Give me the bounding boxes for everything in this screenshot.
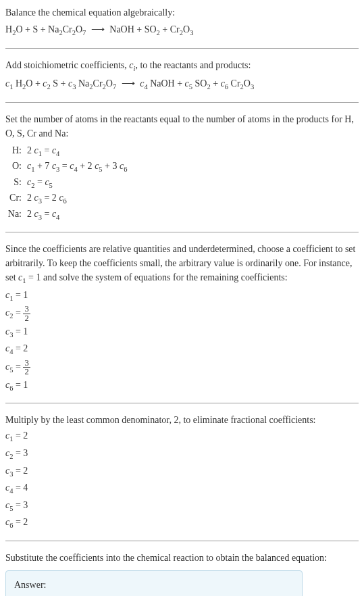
step1-section: Add stoichiometric coefficients, ci, to … — [5, 58, 359, 93]
divider — [5, 102, 359, 103]
step5-text: Substitute the coefficients into the che… — [5, 551, 359, 565]
atom-equation: 2 c3 = c4 — [27, 207, 359, 223]
coefficient-line: c6 = 2 — [5, 515, 359, 531]
atom-label: H: — [5, 143, 27, 159]
atom-row: Cr: 2 c3 = 2 c6 — [5, 191, 359, 207]
step3-text: Since the coefficients are relative quan… — [5, 242, 359, 287]
step5-section: Substitute the coefficients into the che… — [5, 551, 359, 596]
atom-equation: 2 c1 = c4 — [27, 143, 359, 159]
atom-row: Na: 2 c3 = c4 — [5, 207, 359, 223]
atom-label: Cr: — [5, 191, 27, 207]
coefficient-line: c5 = 3 — [5, 498, 359, 514]
coefficient-line: c2 = 32 — [5, 305, 359, 322]
intro-equation: H2O + S + Na2Cr2O7 ⟶ NaOH + SO2 + Cr2O3 — [5, 22, 359, 39]
coefficient-line: c6 = 1 — [5, 378, 359, 394]
atom-row: H: 2 c1 = c4 — [5, 143, 359, 159]
intro-text: Balance the chemical equation algebraica… — [5, 5, 359, 20]
atom-label: S: — [5, 175, 27, 191]
coefficient-line: c4 = 4 — [5, 480, 359, 497]
step4-text: Multiply by the least common denominator… — [5, 413, 359, 427]
coefficient-line: c1 = 1 — [5, 288, 359, 304]
answer-label: Answer: — [14, 578, 294, 592]
intro-section: Balance the chemical equation algebraica… — [5, 5, 359, 39]
divider — [5, 48, 359, 49]
atom-label: Na: — [5, 207, 27, 223]
atom-row: S: c2 = c5 — [5, 175, 359, 191]
answer-box: Answer: 2 H2O + 3 S + 2 Na2Cr2O7 ⟶ 4 NaO… — [5, 570, 303, 596]
step1-text: Add stoichiometric coefficients, ci, to … — [5, 58, 359, 74]
atom-row: O: c1 + 7 c3 = c4 + 2 c5 + 3 c6 — [5, 159, 359, 175]
step3-section: Since the coefficients are relative quan… — [5, 242, 359, 393]
step2-section: Set the number of atoms in the reactants… — [5, 112, 359, 223]
step1-equation: c1 H2O + c2 S + c3 Na2Cr2O7 ⟶ c4 NaOH + … — [5, 76, 359, 93]
coefficient-line: c1 = 2 — [5, 428, 359, 445]
coefficient-line: c5 = 32 — [5, 359, 359, 376]
divider — [5, 541, 359, 541]
atom-label: O: — [5, 159, 27, 175]
coefficient-line: c3 = 1 — [5, 324, 359, 341]
coefficient-line: c3 = 2 — [5, 464, 359, 480]
step2-text: Set the number of atoms in the reactants… — [5, 112, 359, 141]
step4-section: Multiply by the least common denominator… — [5, 413, 359, 530]
atom-equation: c2 = c5 — [27, 175, 359, 191]
atom-equation: c1 + 7 c3 = c4 + 2 c5 + 3 c6 — [27, 159, 359, 175]
atom-equation: 2 c3 = 2 c6 — [27, 191, 359, 207]
divider — [5, 232, 359, 232]
divider — [5, 403, 359, 403]
atom-balance-table: H: 2 c1 = c4 O: c1 + 7 c3 = c4 + 2 c5 + … — [5, 143, 359, 223]
coefficient-line: c2 = 3 — [5, 446, 359, 462]
coefficient-line: c4 = 2 — [5, 341, 359, 357]
